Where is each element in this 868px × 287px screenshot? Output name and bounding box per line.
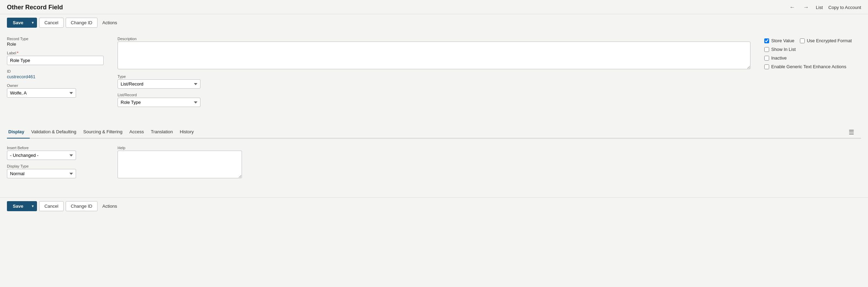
use-encrypted-label: Use Encrypted Format: [807, 38, 852, 43]
display-type-label: Display Type: [7, 164, 104, 168]
record-type-group: Record Type Role: [7, 37, 104, 47]
label-group: Label*: [7, 51, 104, 65]
page-wrapper: Other Record Field ← → List Copy to Acco…: [0, 0, 868, 287]
owner-select[interactable]: Wolfe, A: [7, 88, 76, 98]
owner-group: Owner Wolfe, A: [7, 83, 104, 98]
listrecord-group: List/Record Role Type: [118, 93, 750, 107]
store-value-label: Store Value: [771, 38, 794, 43]
store-value-row: Store Value Use Encrypted Format: [764, 38, 861, 43]
change-id-button[interactable]: Change ID: [66, 18, 97, 28]
id-label: ID: [7, 69, 104, 73]
tab-sourcing[interactable]: Sourcing & Filtering: [82, 126, 128, 138]
type-label: Type: [118, 74, 750, 79]
save-button[interactable]: Save: [7, 18, 29, 28]
show-in-list-checkbox[interactable]: [764, 47, 769, 52]
record-type-value: Role: [7, 42, 104, 47]
copy-to-account-link[interactable]: Copy to Account: [828, 5, 861, 10]
nav-back-button[interactable]: ←: [788, 3, 796, 11]
id-value: custrecord461: [7, 74, 104, 79]
description-textarea[interactable]: [118, 42, 750, 69]
tabs-bar: Display Validation & Defaulting Sourcing…: [7, 126, 861, 138]
description-group: Description: [118, 37, 750, 70]
label-input[interactable]: [7, 56, 104, 65]
label-label: Label*: [7, 51, 104, 55]
top-bar-right: ← → List Copy to Account: [788, 3, 861, 11]
tab-translation[interactable]: Translation: [149, 126, 178, 138]
use-encrypted-checkbox[interactable]: [800, 38, 805, 43]
save-group: Save ▾: [7, 18, 37, 28]
toolbar-bottom: Save ▾ Cancel Change ID Actions: [0, 197, 868, 215]
middle-column: Description Type List/Record List/Record…: [118, 37, 750, 111]
display-type-select[interactable]: Normal: [7, 169, 76, 178]
inactive-row: Inactive: [764, 55, 861, 61]
generic-text-checkbox[interactable]: [764, 64, 769, 69]
display-tab-grid: Insert Before - Unchanged - Display Type…: [7, 146, 861, 183]
insert-before-group: Insert Before - Unchanged -: [7, 146, 104, 160]
tab-validation[interactable]: Validation & Defaulting: [30, 126, 82, 138]
display-left-col: Insert Before - Unchanged - Display Type…: [7, 146, 104, 183]
store-value-checkbox[interactable]: [764, 38, 769, 43]
display-right-col: Help: [118, 146, 861, 183]
type-group: Type List/Record: [118, 74, 750, 89]
show-in-list-row: Show In List: [764, 47, 861, 52]
inactive-checkbox[interactable]: [764, 56, 769, 61]
listrecord-label: List/Record: [118, 93, 750, 97]
toolbar-top: Save ▾ Cancel Change ID Actions: [0, 14, 868, 31]
left-column: Record Type Role Label* ID custrecord461…: [7, 37, 104, 111]
actions-button-bottom[interactable]: Actions: [100, 201, 120, 211]
checkboxes-column: Store Value Use Encrypted Format Show In…: [764, 37, 861, 111]
menu-icon: ☰: [849, 128, 861, 136]
save-dropdown-button[interactable]: ▾: [29, 18, 37, 28]
actions-button[interactable]: Actions: [100, 18, 120, 27]
insert-before-select[interactable]: - Unchanged -: [7, 151, 76, 160]
save-dropdown-button-bottom[interactable]: ▾: [29, 201, 37, 211]
insert-before-label: Insert Before: [7, 146, 104, 150]
tab-history[interactable]: History: [178, 126, 199, 138]
fields-row: Record Type Role Label* ID custrecord461…: [7, 37, 861, 111]
nav-forward-button[interactable]: →: [802, 3, 810, 11]
change-id-button-bottom[interactable]: Change ID: [66, 201, 97, 211]
list-link[interactable]: List: [816, 5, 823, 10]
cancel-button[interactable]: Cancel: [39, 18, 63, 28]
display-tab-content: Insert Before - Unchanged - Display Type…: [0, 139, 868, 190]
help-textarea[interactable]: [118, 151, 242, 178]
tab-access[interactable]: Access: [128, 126, 149, 138]
top-bar: Other Record Field ← → List Copy to Acco…: [0, 0, 868, 14]
generic-text-row: Enable Generic Text Enhance Actions: [764, 64, 861, 69]
save-group-bottom: Save ▾: [7, 201, 37, 211]
generic-text-label: Enable Generic Text Enhance Actions: [771, 64, 846, 69]
type-select[interactable]: List/Record: [118, 79, 200, 89]
listrecord-select[interactable]: Role Type: [118, 98, 200, 107]
page-title: Other Record Field: [7, 4, 63, 11]
record-type-label: Record Type: [7, 37, 104, 41]
display-type-group: Display Type Normal: [7, 164, 104, 178]
description-label: Description: [118, 37, 750, 41]
show-in-list-label: Show In List: [771, 47, 796, 52]
inactive-label: Inactive: [771, 55, 787, 61]
cancel-button-bottom[interactable]: Cancel: [39, 201, 63, 211]
help-group: Help: [118, 146, 861, 179]
id-group: ID custrecord461: [7, 69, 104, 79]
tab-display[interactable]: Display: [7, 126, 30, 138]
main-content: Record Type Role Label* ID custrecord461…: [0, 31, 868, 124]
save-button-bottom[interactable]: Save: [7, 201, 29, 211]
help-label: Help: [118, 146, 861, 150]
owner-label: Owner: [7, 83, 104, 88]
